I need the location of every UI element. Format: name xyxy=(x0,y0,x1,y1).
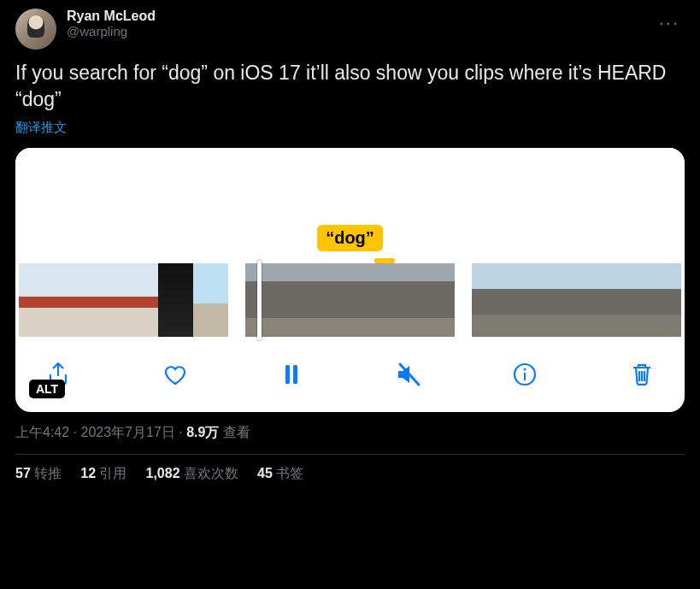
meta-line: 上午4:42 · 2023年7月17日 · 8.9万 查看 xyxy=(15,424,685,442)
thumbnail xyxy=(19,263,54,337)
post-time[interactable]: 上午4:42 xyxy=(15,425,69,439)
retweets-stat[interactable]: 57 转推 xyxy=(15,465,62,483)
media-toolbar xyxy=(15,337,685,398)
stats-row: 57 转推 12 引用 1,082 喜欢次数 45 书签 xyxy=(15,465,685,483)
search-token-badge-wrap: “dog” xyxy=(15,225,685,251)
media-card[interactable]: “dog” xyxy=(15,148,685,412)
thumbnail xyxy=(371,263,413,337)
thumbnail xyxy=(193,263,228,337)
trash-icon[interactable] xyxy=(623,356,661,393)
thumbnail xyxy=(576,263,611,337)
heart-icon[interactable] xyxy=(156,356,194,393)
thumbnail xyxy=(542,263,577,337)
thumbnail xyxy=(123,263,158,337)
svg-rect-0 xyxy=(285,365,290,384)
mute-icon[interactable] xyxy=(390,356,427,393)
avatar[interactable] xyxy=(15,9,56,50)
thumbnail xyxy=(646,263,681,337)
clip-group-1[interactable] xyxy=(19,263,228,337)
thumbnail xyxy=(54,263,89,337)
divider xyxy=(15,454,685,455)
likes-stat[interactable]: 1,082 喜欢次数 xyxy=(146,465,239,483)
thumbnail xyxy=(158,263,193,337)
info-icon[interactable] xyxy=(506,356,544,393)
author-display-name: Ryan McLeod xyxy=(67,9,654,24)
thumbnail xyxy=(413,263,455,337)
pause-icon[interactable] xyxy=(273,356,310,393)
thumbnail xyxy=(611,263,646,337)
thumbnail xyxy=(245,263,287,337)
tweet-header: Ryan McLeod @warpling ··· xyxy=(15,9,685,50)
author-block[interactable]: Ryan McLeod @warpling xyxy=(67,9,654,38)
author-handle: @warpling xyxy=(67,24,654,38)
views-label: 查看 xyxy=(219,425,250,439)
media-blank-area xyxy=(15,148,685,233)
translate-link[interactable]: 翻译推文 xyxy=(15,120,67,136)
bookmarks-stat[interactable]: 45 书签 xyxy=(257,465,303,483)
thumbnail xyxy=(89,263,124,337)
filmstrip[interactable] xyxy=(15,263,685,337)
post-date[interactable]: 2023年7月17日 xyxy=(80,425,174,439)
svg-point-4 xyxy=(525,369,526,370)
views-count: 8.9万 xyxy=(186,425,219,439)
alt-badge[interactable]: ALT xyxy=(29,380,65,398)
playhead[interactable] xyxy=(257,260,262,340)
thumbnail xyxy=(287,263,329,337)
thumbnail xyxy=(472,263,507,337)
svg-rect-1 xyxy=(293,365,297,384)
tweet: Ryan McLeod @warpling ··· If you search … xyxy=(15,9,685,483)
thumbnail xyxy=(507,263,542,337)
clip-group-3[interactable] xyxy=(472,263,681,337)
search-token-badge: “dog” xyxy=(317,225,383,251)
more-button[interactable]: ··· xyxy=(654,9,685,38)
quotes-stat[interactable]: 12 引用 xyxy=(80,465,126,483)
clip-group-2[interactable] xyxy=(245,263,455,337)
tweet-text: If you search for “dog” on iOS 17 it’ll … xyxy=(15,60,685,113)
thumbnail xyxy=(329,263,371,337)
